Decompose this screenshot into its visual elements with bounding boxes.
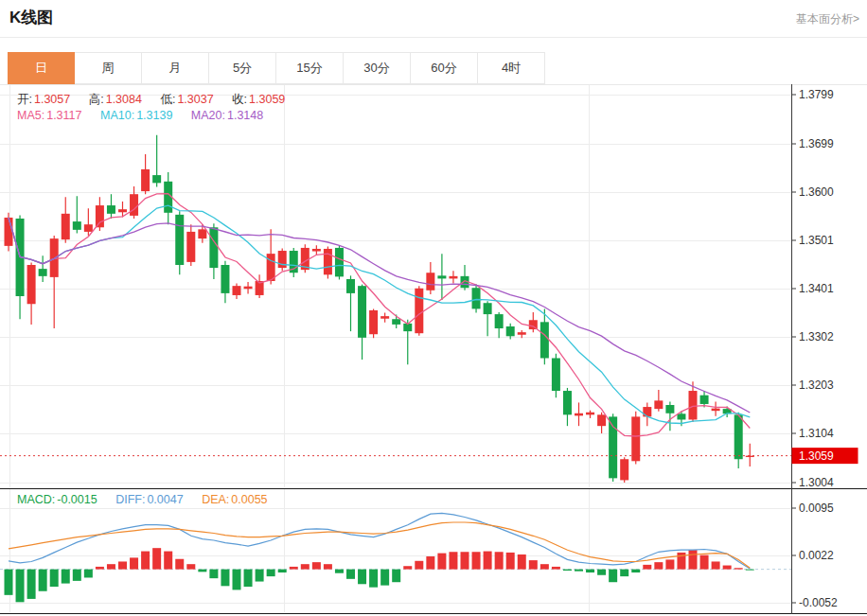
open-value: 开:1.3057 bbox=[17, 93, 70, 106]
candle-body bbox=[426, 273, 434, 290]
candle-body bbox=[643, 407, 651, 416]
macd-bar bbox=[39, 570, 47, 591]
candle-body bbox=[118, 209, 127, 212]
macd-bar bbox=[689, 550, 698, 569]
macd-bar bbox=[495, 552, 504, 569]
macd-bar bbox=[84, 570, 93, 578]
low-value: 低:1.3037 bbox=[160, 93, 213, 106]
macd-bar bbox=[198, 570, 206, 572]
candle-body bbox=[472, 288, 481, 308]
candle-body bbox=[665, 405, 674, 414]
candle-body bbox=[506, 326, 515, 336]
price-axis-label: 1.3004 bbox=[799, 476, 834, 489]
macd-bar bbox=[392, 570, 400, 583]
macd-bar bbox=[723, 566, 732, 570]
candle-body bbox=[62, 214, 70, 239]
ma10-line bbox=[9, 205, 750, 423]
macd-bar bbox=[358, 570, 366, 585]
macd-bar bbox=[141, 552, 150, 570]
candle-body bbox=[449, 276, 457, 279]
macd-bar bbox=[324, 564, 332, 569]
candle-body bbox=[677, 414, 685, 419]
ma-legend: MA5:1.3117 MA10:1.3139 MA20:1.3148 bbox=[17, 109, 278, 122]
candle-body bbox=[312, 249, 321, 252]
macd-bar bbox=[152, 548, 161, 569]
candle-body bbox=[130, 194, 138, 216]
price-axis-label: 1.3104 bbox=[799, 427, 834, 440]
candle-body bbox=[267, 254, 275, 281]
price-axis-label: 1.3401 bbox=[799, 282, 834, 295]
macd-bar bbox=[746, 570, 754, 571]
macd-bar bbox=[631, 570, 640, 572]
macd-bar bbox=[16, 570, 25, 603]
macd-bar bbox=[118, 561, 127, 569]
diff-line bbox=[9, 513, 750, 569]
candle-body bbox=[575, 414, 583, 416]
macd-legend: MACD:-0.0015 DIFF:0.0047 DEA:0.0055 bbox=[17, 493, 283, 506]
macd-bar bbox=[335, 570, 344, 573]
macd-axis-label: -0.0052 bbox=[799, 596, 838, 609]
candle-body bbox=[27, 265, 36, 304]
close-value: 收:1.3059 bbox=[232, 93, 285, 106]
macd-bar bbox=[221, 570, 229, 587]
ma20-line bbox=[9, 218, 750, 413]
candle-body bbox=[734, 414, 743, 459]
candle-body bbox=[96, 205, 104, 227]
candle-body bbox=[495, 314, 504, 328]
candle-body bbox=[73, 221, 81, 230]
ma5-line bbox=[9, 194, 750, 436]
candle-body bbox=[152, 175, 161, 183]
macd-bar bbox=[518, 554, 526, 570]
candle-body bbox=[518, 332, 526, 335]
macd-bar bbox=[301, 564, 310, 569]
candle-body bbox=[198, 229, 206, 238]
macd-bar bbox=[186, 564, 195, 569]
macd-bar bbox=[290, 567, 298, 570]
macd-bar bbox=[267, 570, 275, 576]
price-axis-label: 1.3600 bbox=[799, 185, 834, 199]
macd-bar bbox=[415, 561, 423, 570]
macd-bar bbox=[278, 570, 287, 572]
candle-body bbox=[586, 413, 594, 415]
macd-bar bbox=[609, 570, 617, 583]
candle-body bbox=[540, 322, 549, 358]
macd-bar bbox=[540, 564, 549, 569]
candle-body bbox=[5, 218, 13, 246]
macd-bar bbox=[597, 570, 606, 575]
candle-body bbox=[175, 215, 184, 265]
candle-body bbox=[369, 310, 378, 334]
high-value: 高:1.3084 bbox=[89, 93, 142, 106]
candle-body bbox=[221, 265, 229, 293]
macd-bar bbox=[244, 570, 253, 587]
macd-bar bbox=[449, 552, 457, 569]
macd-bar bbox=[472, 552, 481, 569]
macd-bar bbox=[209, 570, 218, 579]
candle-body bbox=[437, 275, 446, 278]
candle-body bbox=[335, 248, 344, 276]
macd-bar bbox=[256, 570, 264, 582]
candle-body bbox=[415, 289, 423, 333]
macd-bar bbox=[506, 553, 515, 570]
candle-body bbox=[631, 416, 640, 461]
macd-axis-label: 0.0095 bbox=[799, 502, 834, 515]
macd-bar bbox=[461, 552, 469, 569]
macd-axis-label: 0.0022 bbox=[799, 549, 834, 562]
price-axis-label: 1.3501 bbox=[799, 234, 834, 247]
macd-bar bbox=[380, 570, 389, 586]
candle-body bbox=[380, 316, 389, 319]
diff-value: DIFF:0.0047 bbox=[115, 493, 183, 506]
candle-body bbox=[552, 358, 560, 391]
macd-bar bbox=[346, 570, 355, 579]
price-axis-label: 1.3302 bbox=[799, 330, 834, 343]
macd-bar bbox=[62, 570, 70, 584]
macd-bar bbox=[665, 559, 674, 569]
candle-body bbox=[712, 409, 720, 412]
candle-body bbox=[324, 249, 332, 274]
kline-page: K线图 基本面分析> 日周月5分15分30分60分4时 1.37991.3699… bbox=[0, 0, 867, 616]
macd-bar bbox=[107, 564, 115, 569]
macd-bar bbox=[96, 567, 104, 570]
macd-bar bbox=[369, 570, 378, 588]
ma10-value: MA10:1.3139 bbox=[100, 109, 172, 122]
candle-body bbox=[654, 400, 663, 409]
macd-bar bbox=[563, 570, 572, 571]
